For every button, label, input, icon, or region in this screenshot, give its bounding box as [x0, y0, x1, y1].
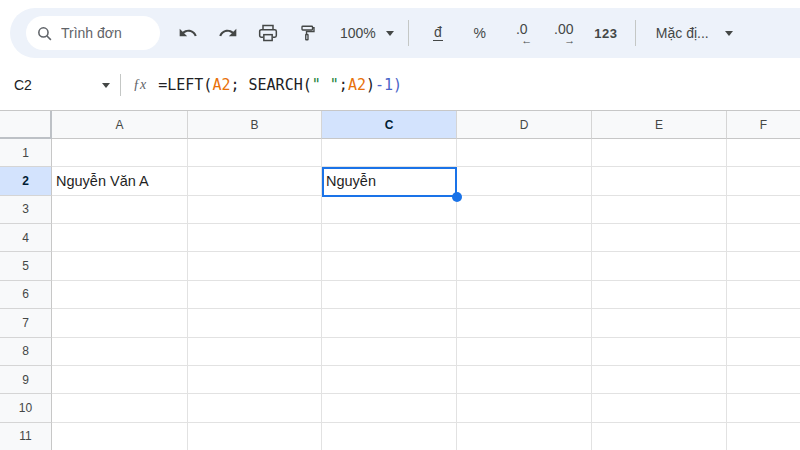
column-header-F[interactable]: F: [727, 111, 800, 139]
cell-C6[interactable]: [322, 281, 457, 309]
cell-A9[interactable]: [52, 366, 188, 394]
cell-F4[interactable]: [727, 224, 800, 252]
cell-C3[interactable]: [322, 196, 457, 224]
cell-D6[interactable]: [457, 281, 592, 309]
cell-F6[interactable]: [727, 281, 800, 309]
cell-F7[interactable]: [727, 309, 800, 337]
cell-C11[interactable]: [322, 423, 457, 450]
name-box[interactable]: C2: [0, 77, 118, 93]
cell-C1[interactable]: [322, 139, 457, 167]
cell-E11[interactable]: [592, 423, 727, 450]
cell-A11[interactable]: [52, 423, 188, 450]
cell-A5[interactable]: [52, 252, 188, 280]
select-all-corner[interactable]: [0, 111, 52, 139]
cell-D4[interactable]: [457, 224, 592, 252]
cell-F11[interactable]: [727, 423, 800, 450]
row-header-1[interactable]: 1: [0, 139, 52, 167]
cell-A7[interactable]: [52, 309, 188, 337]
cell-E10[interactable]: [592, 394, 727, 422]
cell-F3[interactable]: [727, 196, 800, 224]
cell-B2[interactable]: [188, 167, 322, 195]
cell-E9[interactable]: [592, 366, 727, 394]
cell-E4[interactable]: [592, 224, 727, 252]
cell-E7[interactable]: [592, 309, 727, 337]
paint-format-button[interactable]: [288, 15, 328, 51]
undo-button[interactable]: [168, 15, 208, 51]
column-header-B[interactable]: B: [188, 111, 322, 139]
row-header-9[interactable]: 9: [0, 366, 52, 394]
redo-button[interactable]: [208, 15, 248, 51]
cell-B4[interactable]: [188, 224, 322, 252]
cell-F9[interactable]: [727, 366, 800, 394]
cell-D9[interactable]: [457, 366, 592, 394]
cell-A1[interactable]: [52, 139, 188, 167]
row-header-5[interactable]: 5: [0, 252, 52, 280]
cell-B8[interactable]: [188, 338, 322, 366]
search-box[interactable]: [26, 16, 160, 50]
cell-B11[interactable]: [188, 423, 322, 450]
row-header-3[interactable]: 3: [0, 196, 52, 224]
cell-B6[interactable]: [188, 281, 322, 309]
cell-D10[interactable]: [457, 394, 592, 422]
print-button[interactable]: [248, 15, 288, 51]
column-header-E[interactable]: E: [592, 111, 727, 139]
cell-F8[interactable]: [727, 338, 800, 366]
cell-A8[interactable]: [52, 338, 188, 366]
cell-C7[interactable]: [322, 309, 457, 337]
cell-E5[interactable]: [592, 252, 727, 280]
cell-B7[interactable]: [188, 309, 322, 337]
cell-E2[interactable]: [592, 167, 727, 195]
row-header-6[interactable]: 6: [0, 281, 52, 309]
search-input[interactable]: [61, 25, 160, 41]
row-header-11[interactable]: 11: [0, 423, 52, 450]
cell-B10[interactable]: [188, 394, 322, 422]
cell-B3[interactable]: [188, 196, 322, 224]
cell-A6[interactable]: [52, 281, 188, 309]
cell-D8[interactable]: [457, 338, 592, 366]
cell-F5[interactable]: [727, 252, 800, 280]
cell-F2[interactable]: [727, 167, 800, 195]
cell-D5[interactable]: [457, 252, 592, 280]
cell-D3[interactable]: [457, 196, 592, 224]
cell-F1[interactable]: [727, 139, 800, 167]
decrease-decimal-button[interactable]: .0 ←: [501, 15, 543, 51]
cell-C2[interactable]: Nguyễn: [322, 167, 457, 195]
row-header-8[interactable]: 8: [0, 338, 52, 366]
format-currency-button[interactable]: đ: [417, 15, 459, 51]
column-header-C[interactable]: C: [322, 111, 457, 139]
cell-D2[interactable]: [457, 167, 592, 195]
column-header-D[interactable]: D: [457, 111, 592, 139]
cell-C8[interactable]: [322, 338, 457, 366]
cell-D7[interactable]: [457, 309, 592, 337]
cell-E6[interactable]: [592, 281, 727, 309]
cell-D1[interactable]: [457, 139, 592, 167]
cell-C4[interactable]: [322, 224, 457, 252]
cell-E3[interactable]: [592, 196, 727, 224]
zoom-selector[interactable]: 100%: [334, 25, 400, 41]
cell-A3[interactable]: [52, 196, 188, 224]
row-header-2[interactable]: 2: [0, 167, 52, 195]
cell-C5[interactable]: [322, 252, 457, 280]
cell-D11[interactable]: [457, 423, 592, 450]
cell-F10[interactable]: [727, 394, 800, 422]
increase-decimal-button[interactable]: .00 →: [543, 15, 585, 51]
row-header-4[interactable]: 4: [0, 224, 52, 252]
cell-B9[interactable]: [188, 366, 322, 394]
cell-A4[interactable]: [52, 224, 188, 252]
cell-E8[interactable]: [592, 338, 727, 366]
cell-C10[interactable]: [322, 394, 457, 422]
cell-B5[interactable]: [188, 252, 322, 280]
column-header-A[interactable]: A: [52, 111, 188, 139]
format-percent-button[interactable]: %: [459, 15, 501, 51]
fill-handle[interactable]: [452, 192, 462, 202]
row-header-10[interactable]: 10: [0, 394, 52, 422]
cell-E1[interactable]: [592, 139, 727, 167]
row-header-7[interactable]: 7: [0, 309, 52, 337]
formula-input[interactable]: =LEFT(A2; SEARCH(" ";A2)-1): [158, 76, 402, 94]
number-format-button[interactable]: 123: [585, 15, 627, 51]
font-family-selector[interactable]: Mặc đị...: [652, 25, 737, 41]
cell-A2[interactable]: Nguyễn Văn A: [52, 167, 188, 195]
cell-B1[interactable]: [188, 139, 322, 167]
cell-A10[interactable]: [52, 394, 188, 422]
cell-C9[interactable]: [322, 366, 457, 394]
